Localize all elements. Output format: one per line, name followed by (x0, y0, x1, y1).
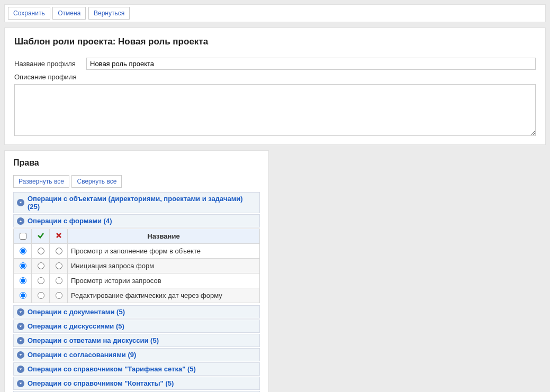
expand-all-button[interactable]: Развернуть все (13, 175, 69, 188)
col-head-select[interactable] (14, 229, 32, 244)
chevron-down-icon (17, 308, 24, 316)
group-label: Операции с дискуссиями (5) (28, 322, 124, 330)
profile-name-row: Название профиля (14, 58, 536, 70)
page-title: Шаблон роли проекта: Новая роль проекта (14, 37, 536, 47)
group-label: Операции с ответами на дискуссии (5) (28, 336, 159, 344)
group-header-forms[interactable]: Операции с формами (4) (13, 214, 260, 227)
group-header-dict-contacts[interactable]: Операции со справочником "Контакты" (5) (13, 377, 260, 390)
permission-name: Просмотр истории запросов (68, 274, 260, 288)
group-header-documents[interactable]: Операции с документами (5) (13, 305, 260, 318)
chevron-down-icon (17, 380, 24, 387)
profile-desc-textarea[interactable] (14, 84, 536, 136)
group-label: Операции со справочником "Контакты" (5) (28, 379, 174, 387)
radio-deny[interactable] (56, 262, 62, 269)
radio-deny[interactable] (56, 277, 62, 284)
chevron-down-icon (17, 351, 24, 359)
table-row: Просмотр и заполнение форм в объекте (14, 244, 260, 259)
group-header-objects[interactable]: Операции с объектами (директориями, прое… (13, 192, 260, 213)
profile-desc-row: Описание профиля (14, 71, 536, 136)
radio-allow[interactable] (38, 248, 44, 254)
group-label: Операции с согласованиями (9) (28, 351, 136, 359)
tree-controls: Развернуть все Свернуть все (13, 175, 260, 188)
chevron-down-icon (17, 337, 24, 344)
radio-deny[interactable] (56, 292, 62, 299)
col-head-allow-icon (32, 229, 50, 244)
chevron-down-icon (17, 323, 24, 330)
save-button[interactable]: Сохранить (8, 7, 50, 20)
profile-name-label: Название профиля (14, 58, 86, 70)
group-label: Операции с документами (5) (28, 308, 125, 316)
collapse-all-button[interactable]: Свернуть все (71, 175, 122, 188)
permissions-table: Название Просмотр и заполнение форм в об… (13, 229, 260, 303)
permission-name: Просмотр и заполнение форм в объекте (68, 244, 260, 259)
col-head-deny-icon (50, 229, 68, 244)
chevron-down-icon (17, 366, 24, 373)
permission-name: Редактирование фактических дат через фор… (68, 288, 260, 303)
group-header-discussions[interactable]: Операции с дискуссиями (5) (13, 320, 260, 333)
radio-allow[interactable] (38, 277, 44, 284)
profile-name-input[interactable] (86, 58, 536, 70)
group-label: Операции с формами (4) (28, 217, 112, 225)
group-header-approvals[interactable]: Операции с согласованиями (9) (13, 348, 260, 361)
check-icon (37, 232, 44, 239)
radio-default[interactable] (20, 277, 26, 284)
rights-title: Права (13, 158, 260, 168)
group-header-discussion-replies[interactable]: Операции с ответами на дискуссии (5) (13, 334, 260, 347)
table-row: Просмотр истории запросов (14, 274, 260, 288)
cancel-button[interactable]: Отмена (52, 7, 86, 20)
group-label: Операции со справочником "Тарифная сетка… (28, 365, 196, 373)
select-all-checkbox[interactable] (20, 233, 26, 240)
rights-panel: Права Развернуть все Свернуть все Операц… (4, 150, 269, 392)
profile-panel: Шаблон роли проекта: Новая роль проекта … (4, 28, 546, 145)
table-row: Редактирование фактических дат через фор… (14, 288, 260, 303)
group-header-dict-tariff[interactable]: Операции со справочником "Тарифная сетка… (13, 362, 260, 376)
radio-default[interactable] (20, 262, 26, 269)
group-label: Операции с объектами (директориями, прое… (28, 195, 256, 211)
profile-desc-label: Описание профиля (14, 71, 536, 83)
radio-deny[interactable] (56, 248, 62, 254)
radio-allow[interactable] (38, 292, 44, 299)
chevron-up-icon (17, 217, 24, 225)
radio-default[interactable] (20, 292, 26, 299)
top-toolbar: Сохранить Отмена Вернуться (4, 4, 546, 22)
radio-allow[interactable] (38, 262, 44, 269)
back-button[interactable]: Вернуться (88, 7, 130, 20)
radio-default[interactable] (20, 248, 26, 254)
table-row: Инициация запроса форм (14, 259, 260, 274)
cross-icon (55, 232, 62, 239)
chevron-down-icon (17, 199, 24, 206)
col-head-name: Название (68, 229, 260, 244)
permission-name: Инициация запроса форм (68, 259, 260, 274)
